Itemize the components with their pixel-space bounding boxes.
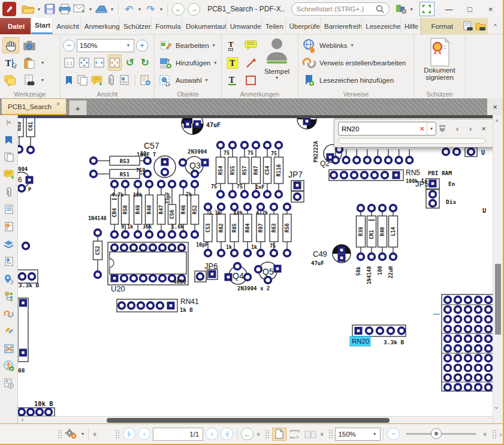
tags-panel-icon[interactable] (3, 377, 15, 389)
pages-pane-button[interactable] (77, 72, 89, 88)
comments-pane-button[interactable] (90, 72, 102, 88)
view-more-icon[interactable]: » (319, 432, 326, 435)
document-tab[interactable]: PCB1_Search× (1, 98, 67, 115)
last-page-button[interactable]: ›| (221, 428, 233, 440)
scroll-up-icon[interactable]: ^ (496, 119, 498, 125)
close-search-icon[interactable]: × (478, 124, 489, 133)
page-number-field[interactable]: 1/1 (153, 428, 203, 441)
typewriter-tool-button[interactable]: T (224, 37, 241, 53)
scan-dropdown-icon[interactable]: ▾ (109, 7, 115, 12)
history-forward-button[interactable]: → (188, 3, 200, 16)
zoom-more-icon[interactable]: » (482, 432, 489, 435)
single-page-view-button[interactable] (272, 428, 286, 441)
panel-collapse-icon[interactable]: |< (3, 116, 15, 128)
tab-start[interactable]: Start (31, 18, 53, 34)
redo-dropdown-icon[interactable]: ▾ (158, 7, 164, 12)
tab-schuetzen[interactable]: Schützer (120, 18, 152, 34)
rectangle-tool-button[interactable] (243, 72, 259, 88)
snapshot-tool-button[interactable] (21, 37, 38, 53)
history-back-button[interactable]: ← (172, 3, 185, 16)
scroll-left-icon[interactable]: ‹ (22, 416, 23, 423)
undo-dropdown-icon[interactable]: ▾ (137, 7, 143, 12)
content-pane-button[interactable] (119, 72, 131, 88)
pager-more-icon[interactable]: » (255, 432, 262, 435)
close-document-tab-icon[interactable]: × (56, 101, 60, 107)
tab-barrierefreiheit[interactable]: Barrierefreih (321, 18, 362, 34)
maximize-button[interactable]: □ (460, 2, 479, 16)
scroll-down-icon[interactable]: › (496, 404, 498, 411)
tab-teilen[interactable]: Teilen (262, 18, 286, 34)
rotate-cw-button[interactable]: ↻ (138, 55, 152, 71)
tab-formulare[interactable]: Formula (152, 18, 182, 34)
comments-list-button[interactable] (2, 72, 19, 88)
fit-view-button[interactable] (288, 428, 302, 441)
add-bookmark-button[interactable]: Lesezeichen hinzufügen (301, 71, 411, 89)
zoom-level-select[interactable]: 150%▾ (77, 39, 134, 52)
attachments-pane-button[interactable] (105, 72, 117, 88)
next-page-button[interactable]: › (206, 428, 218, 440)
fullscreen-button[interactable] (420, 2, 434, 16)
email-button[interactable] (73, 2, 87, 16)
scan-button[interactable] (94, 2, 108, 16)
vertical-scrollbar[interactable]: ^ › (493, 115, 503, 423)
previous-view-button[interactable]: ← (241, 428, 253, 440)
find-in-document-icon[interactable] (463, 21, 473, 32)
find-in-folder-icon[interactable] (475, 21, 486, 32)
rotate-ccw-button[interactable]: ↺ (123, 55, 137, 71)
previous-page-button[interactable]: ‹ (138, 428, 150, 440)
fit-width-button[interactable] (93, 55, 106, 71)
new-tab-button[interactable]: + (69, 100, 87, 115)
zoom-out-button[interactable]: − (63, 40, 75, 52)
search-document-button[interactable] (21, 72, 38, 88)
create-link-button[interactable]: Verweis erstellen/bearbeiten (301, 54, 411, 71)
arrow-tool-button[interactable] (243, 55, 259, 71)
attachments-panel-icon[interactable] (3, 186, 15, 198)
collapse-ribbon-icon[interactable]: ^ (488, 18, 503, 34)
add-objects-button[interactable]: T Hinzufügen▾ (157, 54, 219, 71)
zoom-slider[interactable] (406, 433, 476, 435)
save-button[interactable] (43, 2, 57, 16)
minimize-button[interactable]: — (439, 2, 459, 16)
find-previous-icon[interactable]: ‹ (452, 125, 463, 133)
ui-options-icon[interactable] (396, 4, 408, 14)
print-button[interactable] (58, 2, 72, 16)
quickstart-search-input[interactable]: Schnellstart (STRG+.) (291, 2, 390, 16)
redo-button[interactable]: ↷ (143, 2, 158, 16)
clear-search-icon[interactable]: × (417, 124, 427, 133)
tab-ansicht[interactable]: Ansicht (53, 18, 81, 34)
close-button[interactable]: × (481, 2, 500, 16)
structure-panel-icon[interactable] (3, 290, 15, 302)
select-text-tool-button[interactable]: T (2, 55, 19, 71)
hand-tool-button[interactable] (2, 37, 19, 53)
bookmarks-pane-button[interactable] (63, 72, 75, 88)
first-page-button[interactable]: |‹ (123, 428, 135, 440)
highlight-text-tool-button[interactable]: T (224, 55, 241, 71)
search-history-dropdown-icon[interactable]: ▾ (427, 122, 436, 135)
tab-datei[interactable]: Datei (0, 18, 31, 34)
open-button[interactable] (21, 2, 35, 16)
tab-anmerkung[interactable]: Anmerkung (81, 18, 120, 34)
search-field[interactable]: × ▾ (338, 122, 436, 136)
stamp-tool-button[interactable]: Stempel ▾ (259, 37, 294, 89)
fit-visible-button[interactable] (108, 55, 122, 71)
thumbnails-panel-icon[interactable] (3, 151, 15, 163)
status-options-icon[interactable] (64, 428, 80, 440)
properties-panel-icon[interactable]: T= (3, 255, 15, 267)
two-page-view-button[interactable] (303, 428, 318, 441)
edit-objects-button[interactable]: Bearbeiten▾ (157, 37, 219, 54)
paste-dropdown-icon[interactable]: ▾ (40, 60, 46, 65)
search-options-icon[interactable] (439, 125, 449, 132)
vertical-scroll-thumb[interactable] (495, 264, 501, 335)
status-options-dropdown-icon[interactable]: ▾ (80, 431, 86, 437)
search-query-input[interactable] (339, 125, 417, 133)
underline-text-tool-button[interactable]: T (224, 72, 241, 88)
zoom-slider-thumb[interactable] (431, 428, 442, 439)
accessibility-check-icon[interactable] (3, 360, 15, 372)
fields-panel-icon[interactable] (3, 342, 15, 354)
named-destinations-panel-icon[interactable] (3, 325, 15, 337)
bookmarks-panel-icon[interactable] (3, 134, 15, 146)
pane-options-button[interactable] (140, 72, 152, 88)
tab-ueberpruefen[interactable]: Überprüfe (286, 18, 321, 34)
sign-document-button[interactable]: Dokument signieren (424, 38, 455, 81)
email-dropdown-icon[interactable]: ▾ (87, 7, 93, 12)
